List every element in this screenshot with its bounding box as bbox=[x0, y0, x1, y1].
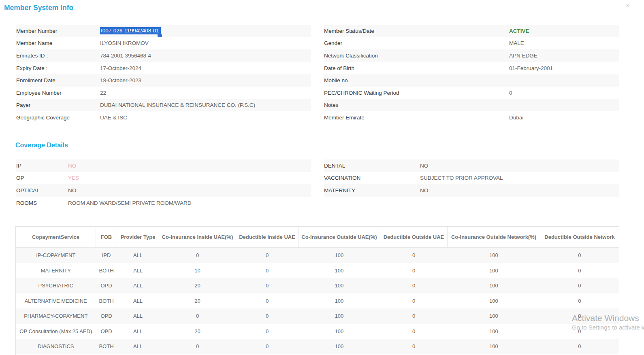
coverage-details-section: IP NO OP YES OPTICAL NO ROOMS ROOM AND W… bbox=[16, 159, 619, 209]
table-cell: 100 bbox=[448, 308, 540, 324]
field-label: Payer bbox=[16, 102, 100, 108]
column-header: Deductible Outside UAE bbox=[380, 227, 448, 248]
field-value: YES bbox=[68, 175, 79, 181]
field-label: Network Classification bbox=[324, 53, 509, 59]
table-cell: IPD bbox=[96, 248, 117, 263]
table-cell: 20 bbox=[159, 324, 236, 339]
table-cell: 0 bbox=[159, 339, 236, 354]
info-row: Member Emirate Dubai bbox=[324, 111, 619, 124]
close-icon[interactable]: × bbox=[626, 2, 630, 9]
field-value: APN EDGE bbox=[509, 53, 537, 59]
table-cell: 100 bbox=[448, 278, 540, 293]
table-cell: 100 bbox=[448, 339, 540, 354]
table-cell: 100 bbox=[448, 324, 540, 339]
table-cell: ALL bbox=[117, 324, 159, 339]
table-cell: MATERNITY bbox=[16, 263, 96, 278]
member-info-right-column: Member Status/Date ACTIVE Gender MALE Ne… bbox=[324, 25, 619, 124]
info-row: Emirates ID : 784-2001-3956468-4 bbox=[16, 49, 311, 62]
field-label: Employee Number bbox=[16, 90, 100, 96]
field-value: ROOM AND WARD/SEMI PRIVATE ROOM/WARD bbox=[68, 200, 192, 206]
field-label: MATERNITY bbox=[324, 187, 420, 193]
info-row: Notes bbox=[324, 99, 619, 112]
field-value: 18-October-2023 bbox=[100, 77, 141, 83]
table-cell: 0 bbox=[380, 293, 448, 309]
table-cell: PSYCHIATRIC bbox=[16, 278, 96, 293]
field-label: Member Number bbox=[16, 28, 100, 34]
table-cell: PHARMACY-COPAYMENT bbox=[16, 308, 96, 324]
table-cell: OPD bbox=[96, 324, 117, 339]
table-cell: 0 bbox=[380, 278, 448, 293]
coverage-details-heading: Coverage Details bbox=[15, 142, 68, 149]
field-value: UAE & ISC. bbox=[100, 115, 129, 121]
table-cell: 0 bbox=[380, 324, 448, 339]
field-label: ROOMS bbox=[16, 200, 68, 206]
field-value: MALE bbox=[509, 40, 524, 46]
info-row: Employee Number 22 bbox=[16, 87, 311, 99]
table-cell: DIAGNOSTICS bbox=[16, 339, 96, 354]
field-value: 01-February-2001 bbox=[509, 65, 553, 71]
field-label: Notes bbox=[324, 102, 509, 108]
table-cell: 100 bbox=[299, 339, 380, 354]
table-cell: OPD bbox=[96, 278, 117, 293]
coverage-row: DENTAL NO bbox=[324, 159, 619, 172]
column-header: Co-Insurance Outside Network(%) bbox=[448, 227, 540, 248]
column-header: FOB bbox=[96, 227, 117, 248]
info-row: Gender MALE bbox=[324, 37, 619, 50]
table-cell: 100 bbox=[448, 248, 540, 263]
table-cell: 0 bbox=[540, 339, 619, 354]
copayment-table: CopaymentServiceFOBProvider TypeCo-Insur… bbox=[15, 226, 619, 355]
field-value: 784-2001-3956468-4 bbox=[100, 53, 151, 59]
column-header: Co-Insurance Inside UAE(%) bbox=[159, 227, 236, 248]
page-title: Member System Info bbox=[4, 4, 73, 12]
table-cell: ALL bbox=[117, 278, 159, 293]
column-header: Co-Insurance Outside UAE(%) bbox=[299, 227, 380, 248]
field-value: ILYOSIN IKROMOV bbox=[100, 40, 149, 46]
info-row: Network Classification APN EDGE bbox=[324, 49, 619, 62]
title-divider bbox=[0, 18, 644, 18]
table-cell: OP Consultation (Max 25 AED) bbox=[16, 324, 96, 339]
column-header: Deductible Inside UAE bbox=[236, 227, 299, 248]
table-cell: ALL bbox=[117, 248, 159, 263]
info-row: Member Status/Date ACTIVE bbox=[324, 25, 619, 37]
info-row: Expiry Date : 17-October-2024 bbox=[16, 62, 311, 74]
field-label: Geographic Coverage bbox=[16, 115, 100, 121]
coverage-row: MATERNITY NO bbox=[324, 184, 619, 197]
table-cell: 0 bbox=[540, 293, 619, 309]
table-cell: 100 bbox=[448, 293, 540, 309]
field-value: NO bbox=[68, 187, 76, 193]
field-label: Expiry Date : bbox=[16, 65, 100, 71]
table-cell: 0 bbox=[380, 248, 448, 263]
coverage-right-column: DENTAL NO VACCINATION SUBJECT TO PRIOR A… bbox=[324, 159, 619, 209]
field-value: ACTIVE bbox=[509, 28, 529, 34]
coverage-row: IP NO bbox=[16, 159, 311, 172]
table-cell: 0 bbox=[236, 293, 299, 309]
table-cell: 0 bbox=[236, 339, 299, 354]
table-cell: ALTERNATIVE MEDICINE bbox=[16, 293, 96, 309]
table-cell: 0 bbox=[540, 278, 619, 293]
table-cell: 20 bbox=[159, 278, 236, 293]
field-value: NO bbox=[420, 187, 428, 193]
table-cell: ALL bbox=[117, 308, 159, 324]
table-cell: 0 bbox=[540, 263, 619, 278]
activate-windows-watermark: Activate Windows bbox=[572, 313, 639, 323]
field-label: Member Status/Date bbox=[324, 28, 509, 34]
table-cell: 100 bbox=[299, 248, 380, 263]
field-value: 17-October-2024 bbox=[100, 65, 141, 71]
field-value: NO bbox=[420, 163, 428, 169]
field-label: PEC/CHRONIC Waiting Period bbox=[324, 90, 509, 96]
table-row: DIAGNOSTICSBOTHALL0010001000 bbox=[16, 339, 619, 354]
info-row: Geographic Coverage UAE & ISC. bbox=[16, 111, 311, 124]
column-header: CopaymentService bbox=[16, 227, 96, 248]
table-cell: 100 bbox=[299, 278, 380, 293]
info-row: Date of Birth 01-February-2001 bbox=[324, 62, 619, 74]
table-cell: 100 bbox=[299, 263, 380, 278]
table-cell: BOTH bbox=[96, 263, 117, 278]
field-value: Dubai bbox=[509, 115, 523, 121]
column-header: Provider Type bbox=[117, 227, 159, 248]
table-cell: 0 bbox=[236, 248, 299, 263]
field-label: Date of Birth bbox=[324, 65, 509, 71]
coverage-row: ROOMS ROOM AND WARD/SEMI PRIVATE ROOM/WA… bbox=[16, 197, 311, 209]
coverage-row: OP YES bbox=[16, 172, 311, 185]
table-row: OP Consultation (Max 25 AED)OPDALL200100… bbox=[16, 324, 619, 339]
table-cell: 10 bbox=[159, 263, 236, 278]
